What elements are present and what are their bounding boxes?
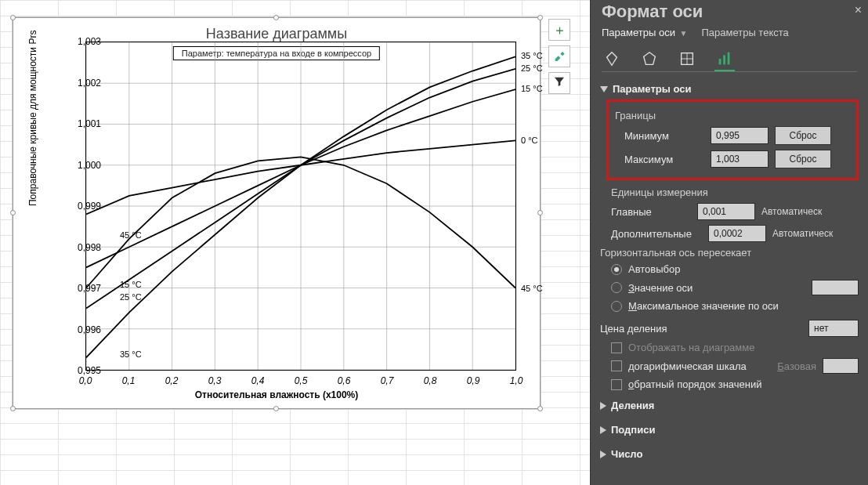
y-tick-label: 1,001 (68, 118, 101, 129)
check-label: Отображать на диаграмме (628, 342, 754, 353)
radio-label: ЗЗначение осиначение оси (628, 282, 693, 294)
plot-area[interactable] (85, 42, 516, 371)
min-reset-button[interactable]: Сброс (775, 126, 831, 145)
max-input[interactable] (711, 150, 769, 168)
hcross-value-radio[interactable]: ЗЗначение осиначение оси (611, 280, 859, 295)
resize-handle[interactable] (537, 210, 543, 215)
check-label: догарифмическая шкала (628, 360, 747, 372)
effects-category-icon[interactable] (639, 51, 660, 71)
svg-rect-26 (728, 52, 730, 65)
tab-label: Параметры оси (602, 27, 675, 38)
close-pane-button[interactable]: × (855, 3, 862, 17)
worksheet-area: Название диаграммы Параметр: температура… (0, 0, 590, 485)
log-scale-check[interactable]: догарифмическая шкала догарифмическая шк… (611, 358, 859, 374)
series-inline-label: 35 °C (120, 349, 142, 359)
max-reset-button[interactable]: Сброс (775, 150, 831, 168)
section-label: Подписи (611, 424, 655, 436)
y-tick-label: 0,995 (68, 365, 101, 376)
resize-handle[interactable] (537, 406, 543, 411)
expand-triangle-icon (600, 426, 606, 434)
tab-axis-options[interactable]: Параметры оси ▼ (602, 27, 687, 38)
chart-styles-button[interactable] (548, 45, 570, 67)
funnel-icon (553, 75, 566, 92)
section-number-header[interactable]: Число (600, 445, 859, 463)
size-category-icon[interactable] (677, 51, 697, 71)
log-base-input[interactable] (823, 358, 859, 374)
x-tick-label: 0,6 (338, 375, 351, 386)
x-tick-label: 0,9 (467, 375, 480, 386)
section-axis-options-header[interactable]: Параметры оси (600, 80, 859, 98)
series-end-label: 45 °C (521, 284, 543, 293)
brush-icon (553, 49, 566, 65)
x-tick-label: 0,3 (208, 375, 222, 386)
series-end-label: 15 °C (521, 84, 543, 93)
chart-object[interactable]: Название диаграммы Параметр: температура… (13, 17, 541, 409)
x-tick-label: 0,7 (381, 375, 394, 386)
max-label: Максимум (613, 154, 704, 165)
min-input[interactable] (711, 127, 769, 144)
y-tick-label: 1,003 (68, 36, 101, 47)
axis-options-category-icon[interactable] (714, 51, 735, 71)
resize-handle[interactable] (273, 406, 279, 411)
y-tick-label: 0,998 (68, 242, 101, 253)
plot-svg (86, 42, 515, 370)
x-tick-label: 0,1 (122, 375, 136, 386)
checkbox-icon (611, 360, 622, 371)
resize-handle[interactable] (537, 15, 543, 20)
radio-icon (611, 282, 622, 293)
x-tick-label: 0,5 (295, 375, 308, 386)
hcross-group-label: Горизонтальная ось пересекает (600, 247, 859, 259)
chevron-down-icon: ▼ (680, 29, 688, 38)
display-units-label: Цена деления (600, 323, 667, 335)
y-tick-label: 0,999 (68, 201, 101, 212)
tab-text-options[interactable]: Параметры текста (701, 27, 788, 38)
section-label: Деления (611, 400, 654, 411)
section-label: Параметры оси (613, 83, 691, 95)
x-tick-label: 0,2 (165, 375, 179, 386)
hcross-auto-radio[interactable]: Автовыбор (611, 263, 859, 275)
x-tick-label: 1,0 (510, 375, 523, 386)
format-axis-pane: × Формат оси Параметры оси ▼ Параметры т… (590, 0, 868, 485)
minor-unit-input[interactable] (708, 225, 766, 242)
resize-handle[interactable] (10, 210, 16, 215)
hcross-max-radio[interactable]: Максимальное значение по оси Максимально… (611, 300, 859, 312)
major-unit-auto: Автоматическ (761, 206, 822, 217)
display-units-select[interactable] (808, 320, 859, 337)
checkbox-icon (611, 379, 622, 390)
expand-triangle-icon (600, 86, 608, 92)
bounds-highlight: Границы Минимум Сброс Максимум Сброс (606, 100, 859, 180)
chart-filter-button[interactable] (548, 72, 570, 94)
minor-unit-auto: Автоматическ (772, 228, 833, 239)
resize-handle[interactable] (10, 15, 16, 20)
y-tick-label: 1,000 (68, 160, 101, 171)
plus-icon: ＋ (553, 21, 566, 39)
x-tick-label: 0,8 (424, 375, 437, 386)
units-group-label: Единицы измерения (611, 186, 859, 198)
chart-elements-button[interactable]: ＋ (548, 19, 570, 41)
chart-quick-toolbar: ＋ (548, 19, 570, 94)
checkbox-icon (611, 342, 622, 353)
section-labels-header[interactable]: Подписи (600, 421, 859, 439)
radio-label: Максимальное значение по оси (628, 300, 779, 312)
hcross-value-input[interactable] (812, 280, 859, 295)
major-unit-label: Главные (600, 206, 691, 218)
x-tick-label: 0,0 (79, 375, 92, 386)
resize-handle[interactable] (273, 15, 279, 20)
tab-label: Параметры текста (701, 27, 788, 38)
y-tick-label: 0,997 (68, 283, 101, 294)
y-axis-label[interactable]: Поправочные кривые для мощности Prs (27, 31, 38, 206)
series-end-label: 35 °C (521, 51, 543, 60)
check-label: обратный порядок значений (628, 378, 762, 390)
fill-category-icon[interactable] (602, 51, 622, 71)
y-tick-label: 1,002 (68, 78, 101, 89)
resize-handle[interactable] (10, 406, 16, 411)
reverse-order-check[interactable]: обратный порядок значений обратный поряд… (611, 378, 859, 390)
show-units-on-chart-check: Отображать на диаграмме (611, 342, 859, 353)
section-label: Число (611, 448, 642, 460)
x-tick-label: 0,4 (251, 375, 265, 386)
min-label: Минимум (613, 130, 704, 142)
x-axis-label[interactable]: Относительная влажность (x100%) (13, 389, 540, 400)
section-ticks-header[interactable]: Деления (600, 396, 859, 414)
major-unit-input[interactable] (697, 203, 755, 220)
expand-triangle-icon (600, 451, 606, 458)
